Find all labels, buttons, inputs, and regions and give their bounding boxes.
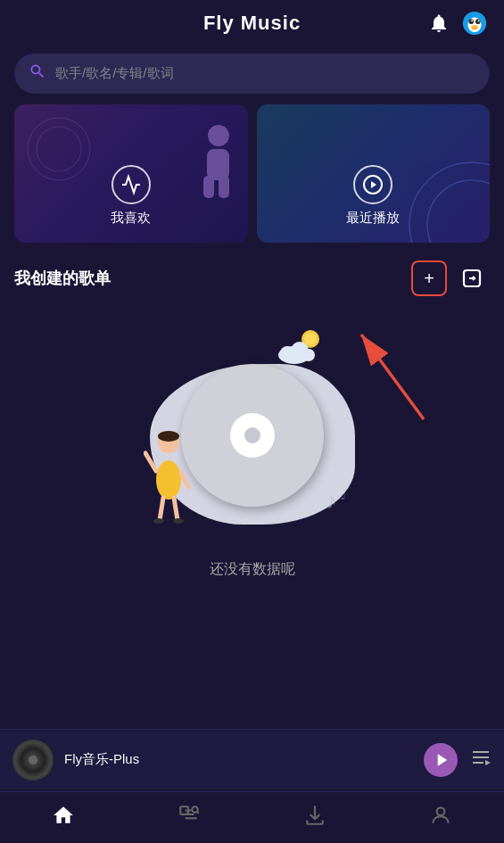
favorites-label: 我喜欢 xyxy=(111,210,151,227)
nav-item-discover[interactable] xyxy=(160,800,219,836)
recent-label: 最近播放 xyxy=(346,210,400,227)
song-title: Fly音乐-Plus xyxy=(64,751,139,766)
favorites-card[interactable]: 我喜欢 xyxy=(14,104,248,243)
cards-row: 我喜欢 最近播放 xyxy=(0,104,504,260)
svg-point-7 xyxy=(471,26,478,29)
empty-state: ♪ ♩ 还没有数据呢 xyxy=(0,310,504,597)
bottom-nav xyxy=(0,791,504,843)
svg-marker-38 xyxy=(437,754,447,766)
svg-point-5 xyxy=(478,20,480,21)
add-playlist-button[interactable]: + xyxy=(411,260,447,296)
empty-illustration: ♪ ♩ xyxy=(128,319,377,551)
favorites-card-content: 我喜欢 xyxy=(14,165,248,227)
notification-icon[interactable] xyxy=(426,10,452,37)
empty-text: 还没有数据呢 xyxy=(210,560,295,579)
svg-point-27 xyxy=(156,460,181,500)
svg-line-29 xyxy=(181,473,188,487)
search-icon xyxy=(29,62,46,85)
avatar-icon[interactable] xyxy=(461,10,488,37)
cloud-sun-decoration xyxy=(275,328,324,372)
svg-text:♪: ♪ xyxy=(326,487,337,514)
my-playlists-section-header: 我创建的歌单 + xyxy=(0,260,504,310)
profile-icon xyxy=(429,804,452,832)
svg-point-10 xyxy=(208,125,229,146)
header: Fly Music xyxy=(0,0,504,46)
svg-point-33 xyxy=(173,518,184,524)
song-info: Fly音乐-Plus xyxy=(64,751,413,768)
cd-center xyxy=(244,427,260,443)
svg-point-32 xyxy=(153,518,164,524)
svg-point-4 xyxy=(471,20,473,21)
person-figure xyxy=(144,426,193,525)
download-icon xyxy=(303,804,326,832)
svg-text:♩: ♩ xyxy=(340,487,347,502)
home-icon xyxy=(52,804,75,832)
section-actions: + xyxy=(411,260,490,296)
svg-point-24 xyxy=(302,349,315,361)
discover-icon xyxy=(178,804,201,832)
recent-card[interactable]: 最近播放 xyxy=(257,104,491,243)
svg-marker-17 xyxy=(371,181,376,188)
nav-item-download[interactable] xyxy=(285,800,344,836)
my-playlists-title: 我创建的歌单 xyxy=(14,268,111,289)
search-container: 歌手/歌名/专辑/歌词 xyxy=(0,46,504,104)
album-vinyl xyxy=(12,740,54,781)
svg-line-48 xyxy=(197,811,199,813)
play-pause-button[interactable] xyxy=(424,743,458,777)
import-playlist-button[interactable] xyxy=(454,260,490,296)
svg-marker-42 xyxy=(485,760,491,765)
play-controls xyxy=(424,743,492,777)
svg-point-2 xyxy=(468,19,474,24)
svg-point-3 xyxy=(475,19,481,24)
recent-card-content: 最近播放 xyxy=(257,165,491,227)
svg-line-28 xyxy=(145,453,156,471)
cd-disc xyxy=(181,364,324,507)
album-art xyxy=(12,740,54,781)
recent-play-icon xyxy=(353,165,392,204)
svg-point-20 xyxy=(304,333,317,345)
app-title: Fly Music xyxy=(203,12,301,35)
svg-line-31 xyxy=(174,498,178,520)
queue-button[interactable] xyxy=(470,747,492,773)
search-bar[interactable]: 歌手/歌名/专辑/歌词 xyxy=(14,54,490,94)
favorites-icon xyxy=(112,165,151,204)
search-placeholder: 歌手/歌名/专辑/歌词 xyxy=(55,65,174,82)
header-icons xyxy=(426,10,488,37)
svg-line-30 xyxy=(160,498,163,520)
cd-inner xyxy=(230,413,275,458)
now-playing-bar: Fly音乐-Plus xyxy=(0,729,504,789)
nav-item-profile[interactable] xyxy=(411,800,470,836)
nav-item-home[interactable] xyxy=(34,800,93,836)
music-notes-decoration: ♪ ♩ xyxy=(324,483,359,525)
svg-point-49 xyxy=(437,807,445,815)
svg-point-26 xyxy=(158,431,179,442)
